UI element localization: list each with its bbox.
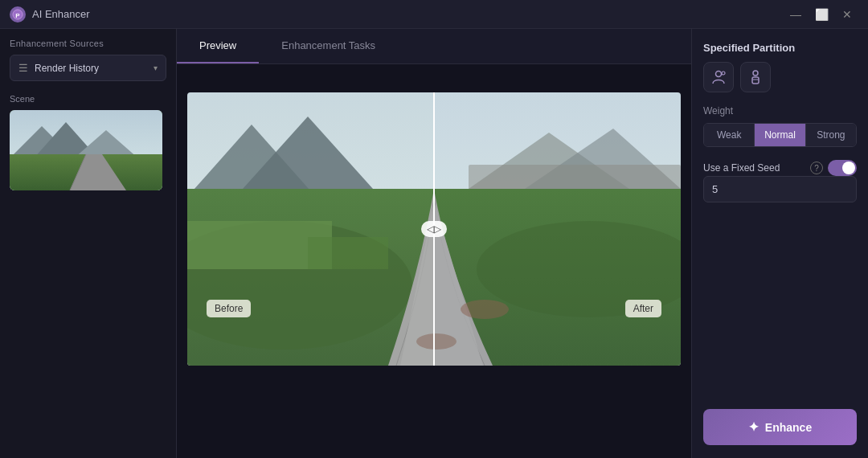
- app-logo: P: [10, 6, 26, 22]
- sidebar: Enhancement Sources ☰ Render History ▾ S…: [0, 29, 177, 458]
- enhance-label: Enhance: [765, 421, 812, 434]
- app-title: AI Enhancer: [32, 8, 90, 20]
- preview-area: ◁▷ Before After: [177, 64, 691, 394]
- svg-point-26: [722, 72, 725, 75]
- main-layout: Enhancement Sources ☰ Render History ▾ S…: [0, 29, 868, 458]
- partition-icon-1[interactable]: [703, 62, 734, 92]
- scene-thumb-inner: [10, 110, 162, 190]
- minimize-button[interactable]: —: [784, 6, 807, 22]
- partition-icons: [703, 62, 857, 92]
- scene-thumb-svg: [10, 110, 162, 190]
- svg-rect-22: [434, 92, 681, 366]
- enhancement-sources-label: Enhancement Sources: [10, 39, 166, 48]
- svg-point-24: [416, 333, 457, 350]
- fixed-seed-row: Use a Fixed Seed ?: [703, 160, 857, 176]
- spacer: [703, 215, 857, 396]
- help-icon[interactable]: ?: [810, 162, 823, 174]
- titlebar: P AI Enhancer — ⬜ ✕: [0, 0, 868, 29]
- weight-weak-button[interactable]: Weak: [704, 124, 755, 146]
- svg-rect-28: [752, 77, 759, 84]
- tabs-bar: Preview Enhancement Tasks: [177, 29, 691, 64]
- svg-point-23: [461, 300, 509, 319]
- fixed-seed-section: Use a Fixed Seed ?: [703, 160, 857, 202]
- fixed-seed-label: Use a Fixed Seed: [703, 162, 805, 174]
- render-history-dropdown[interactable]: ☰ Render History ▾: [10, 55, 166, 81]
- titlebar-controls: — ⬜ ✕: [784, 6, 858, 22]
- svg-point-27: [753, 71, 758, 76]
- specified-partition-title: Specified Partition: [703, 42, 857, 54]
- titlebar-left: P AI Enhancer: [10, 6, 90, 22]
- svg-point-25: [716, 72, 722, 77]
- fixed-seed-toggle[interactable]: [828, 160, 857, 176]
- before-label: Before: [207, 300, 251, 317]
- maximize-button[interactable]: ⬜: [810, 6, 833, 22]
- partition-person-icon: [710, 69, 727, 85]
- partition-body-icon: [747, 69, 764, 85]
- svg-text:P: P: [15, 12, 20, 19]
- svg-rect-21: [187, 92, 434, 366]
- comparison-handle[interactable]: ◁▷: [421, 221, 447, 237]
- weight-buttons: Weak Normal Strong: [703, 123, 857, 147]
- comparison-container: ◁▷ Before After: [187, 92, 681, 366]
- right-panel: Specified Partition: [691, 29, 868, 458]
- weight-strong-button[interactable]: Strong: [806, 124, 856, 146]
- enhance-button[interactable]: ✦ Enhance: [703, 409, 857, 445]
- weight-section: Weight Weak Normal Strong: [703, 105, 857, 147]
- scene-title: Scene: [10, 94, 166, 104]
- weight-label: Weight: [703, 105, 857, 117]
- weight-normal-button[interactable]: Normal: [755, 124, 805, 146]
- enhance-star-icon: ✦: [748, 419, 759, 435]
- scene-thumbnail: [10, 110, 162, 190]
- seed-input[interactable]: [703, 176, 857, 202]
- center-panel: Preview Enhancement Tasks: [177, 29, 691, 458]
- toggle-knob: [842, 162, 855, 174]
- scene-section: Scene: [10, 94, 166, 190]
- tab-enhancement-tasks[interactable]: Enhancement Tasks: [259, 29, 398, 63]
- after-label: After: [625, 300, 661, 317]
- close-button[interactable]: ✕: [836, 6, 858, 22]
- dropdown-label: Render History: [35, 63, 147, 74]
- bottom-area: [177, 394, 691, 458]
- partition-icon-2[interactable]: [740, 62, 771, 92]
- list-icon: ☰: [18, 62, 28, 74]
- tab-preview[interactable]: Preview: [177, 29, 259, 63]
- chevron-down-icon: ▾: [154, 63, 158, 72]
